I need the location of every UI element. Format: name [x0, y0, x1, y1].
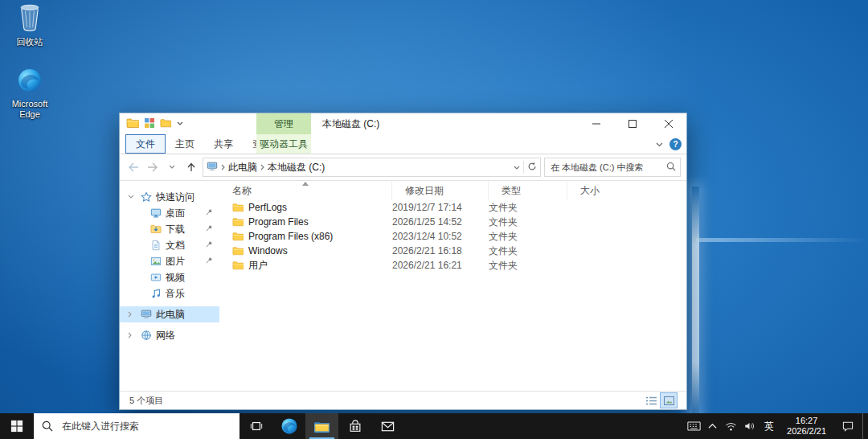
contextual-group-label: 管理	[274, 117, 293, 131]
minimize-button[interactable]	[578, 113, 614, 134]
file-explorer-window: 管理 本地磁盘 (C:) 文件 主页 共享 查看 驱动器工具 ?	[119, 113, 687, 410]
close-button[interactable]	[650, 113, 686, 134]
customize-quick-access-icon[interactable]	[177, 121, 183, 126]
breadcrumb-this-pc[interactable]: 此电脑	[228, 161, 257, 174]
input-language-indicator[interactable]: 英	[759, 413, 780, 439]
explorer-content: 快速访问 桌面 下载 文档 图片	[120, 181, 686, 391]
forward-button[interactable]	[145, 158, 161, 176]
music-icon	[150, 288, 162, 299]
sort-ascending-icon	[302, 182, 309, 186]
file-name: Windows	[248, 245, 288, 256]
column-header-name[interactable]: 名称	[219, 181, 392, 200]
tab-share[interactable]: 共享	[204, 134, 243, 154]
window-titlebar[interactable]: 管理 本地磁盘 (C:)	[120, 113, 686, 134]
taskbar: 英 16:27 2026/2/21	[0, 413, 868, 439]
star-icon	[141, 191, 152, 203]
file-row[interactable]: PerfLogs 2019/12/7 17:14 文件夹	[219, 200, 686, 215]
taskbar-file-explorer-button[interactable]	[305, 413, 338, 439]
document-icon	[150, 240, 162, 251]
touch-keyboard-icon[interactable]	[685, 413, 703, 439]
explorer-search-input[interactable]	[549, 162, 663, 173]
breadcrumb-local-disk-c[interactable]: 本地磁盘 (C:)	[268, 161, 325, 174]
maximize-button[interactable]	[614, 113, 650, 134]
tab-drive-tools[interactable]: 驱动器工具	[256, 134, 311, 154]
tab-file[interactable]: 文件	[125, 134, 166, 154]
chevron-right-icon[interactable]	[128, 332, 132, 338]
folder-icon	[232, 261, 244, 270]
edge-icon	[17, 68, 43, 96]
sidebar-item-documents[interactable]: 文档	[120, 237, 219, 253]
location-icon	[207, 161, 218, 174]
desktop-icon-recycle-bin[interactable]: 回收站	[2, 2, 58, 47]
task-view-button[interactable]	[240, 413, 272, 439]
sidebar-item-quick-access[interactable]: 快速访问	[120, 189, 219, 205]
help-button[interactable]: ?	[669, 138, 682, 150]
address-box[interactable]: 此电脑 本地磁盘 (C:)	[203, 158, 541, 177]
show-desktop-button[interactable]	[862, 413, 868, 439]
file-date: 2026/1/25 14:52	[392, 216, 489, 228]
action-center-button[interactable]	[833, 413, 862, 439]
thumbnail-view-button[interactable]	[661, 393, 677, 408]
sidebar-item-pictures[interactable]: 图片	[120, 253, 219, 269]
back-button[interactable]	[125, 158, 141, 176]
contextual-tab-group-manage[interactable]: 管理	[256, 113, 311, 134]
mail-icon	[380, 420, 395, 433]
window-title: 本地磁盘 (C:)	[322, 113, 379, 134]
sidebar-item-network[interactable]: 网络	[120, 327, 219, 343]
desktop-icon	[150, 207, 162, 219]
up-button[interactable]	[183, 158, 199, 176]
details-view-button[interactable]	[643, 393, 659, 408]
sidebar-item-desktop[interactable]: 桌面	[120, 205, 219, 221]
sidebar-item-label: 桌面	[166, 207, 185, 220]
desktop-icon-edge[interactable]: Microsoft Edge	[2, 68, 58, 120]
sidebar-item-videos[interactable]: 视频	[120, 269, 219, 285]
file-row[interactable]: 用户 2026/2/21 16:21 文件夹	[219, 258, 686, 273]
start-button[interactable]	[0, 413, 34, 439]
column-header-type[interactable]: 类型	[489, 181, 567, 200]
network-status-icon[interactable]	[722, 413, 740, 439]
explorer-search-box[interactable]	[544, 158, 681, 177]
file-name: PerfLogs	[248, 202, 287, 213]
taskbar-search-input[interactable]	[60, 420, 231, 433]
task-view-icon	[249, 420, 264, 433]
file-row[interactable]: Windows 2026/2/21 16:18 文件夹	[219, 244, 686, 258]
store-icon	[348, 419, 362, 433]
sidebar-item-label: 此电脑	[156, 308, 185, 322]
window-controls	[578, 113, 686, 134]
refresh-icon[interactable]	[527, 162, 537, 174]
taskbar-store-button[interactable]	[338, 413, 371, 439]
expand-ribbon-icon[interactable]	[656, 138, 663, 150]
recent-locations-icon[interactable]	[164, 158, 180, 176]
network-icon	[141, 330, 152, 341]
sidebar-item-music[interactable]: 音乐	[120, 285, 219, 302]
properties-icon[interactable]	[145, 118, 154, 130]
wallpaper-light-beam-horizontal	[696, 238, 868, 242]
file-date: 2019/12/7 17:14	[392, 202, 489, 213]
pictures-icon	[150, 256, 162, 267]
chevron-down-icon[interactable]	[128, 195, 134, 199]
windows-logo-icon	[10, 420, 23, 433]
tab-home[interactable]: 主页	[166, 134, 204, 154]
folder-icon	[232, 217, 244, 227]
chevron-right-icon[interactable]	[128, 311, 132, 318]
search-icon[interactable]	[666, 162, 676, 174]
tray-chevron-up-icon[interactable]	[703, 413, 722, 439]
taskbar-clock[interactable]: 16:27 2026/2/21	[780, 413, 833, 439]
taskbar-edge-button[interactable]	[272, 413, 305, 439]
sidebar-item-label: 图片	[166, 255, 185, 269]
column-header-date[interactable]: 修改日期	[392, 181, 489, 200]
file-row[interactable]: Program Files 2026/1/25 14:52 文件夹	[219, 215, 686, 229]
column-header-size[interactable]: 大小	[567, 181, 686, 200]
taskbar-mail-button[interactable]	[371, 413, 404, 439]
file-row[interactable]: Program Files (x86) 2023/12/4 10:52 文件夹	[219, 229, 686, 244]
sidebar-item-label: 视频	[166, 271, 185, 285]
sidebar-item-downloads[interactable]: 下载	[120, 221, 219, 237]
taskbar-search-box[interactable]	[34, 413, 240, 439]
volume-icon[interactable]	[740, 413, 759, 439]
search-icon	[42, 421, 53, 432]
sidebar-item-this-pc[interactable]: 此电脑	[120, 306, 219, 322]
taskbar-empty-area	[404, 413, 685, 439]
address-dropdown-icon[interactable]	[514, 162, 520, 173]
new-folder-icon[interactable]	[160, 118, 171, 130]
sidebar-item-label: 下载	[166, 223, 185, 236]
